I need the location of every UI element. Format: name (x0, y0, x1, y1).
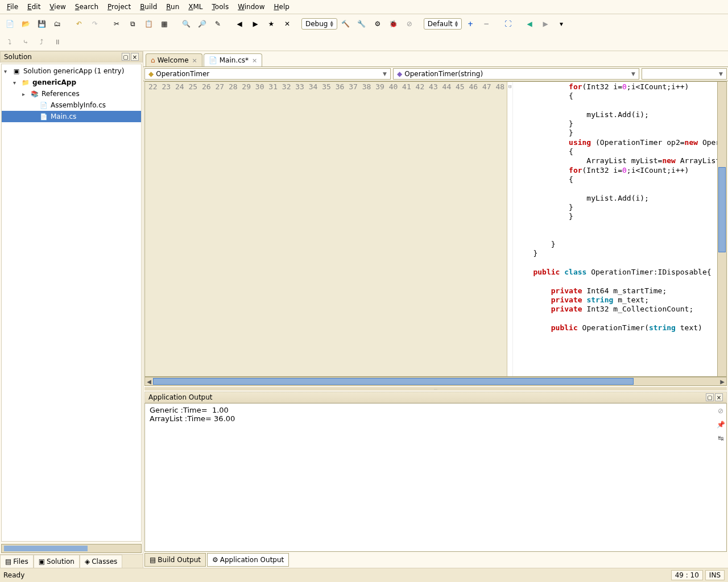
pin-output-button[interactable]: 📌 (717, 421, 725, 429)
new-file-button[interactable]: 📄 (2, 16, 17, 31)
clear-output-button[interactable]: ⊘ (718, 407, 723, 415)
solution-root[interactable]: ▾ ▣ Solution genericApp (1 entry) (2, 65, 141, 77)
target-selector[interactable]: Default ▲▼ (424, 18, 462, 30)
copy-button[interactable]: ⧉ (125, 16, 140, 31)
member-selector[interactable]: ◆ OperationTimer(string) ▼ (393, 68, 639, 80)
replace-button[interactable]: ✎ (210, 16, 225, 31)
sidebar-hscroll[interactable] (1, 544, 142, 553)
step-into-button[interactable]: ⤷ (18, 35, 33, 49)
run-button[interactable]: ⚙ (370, 16, 385, 31)
assembly-file-node[interactable]: 📄 AssemblyInfo.cs (2, 99, 141, 111)
tasks-button[interactable]: ▦ (157, 16, 172, 31)
output-tab-build[interactable]: ▤Build Output (144, 553, 206, 567)
step-over-button[interactable]: ⤵ (2, 35, 17, 49)
menu-tools[interactable]: Tools (208, 1, 234, 13)
output-body: Generic :Time= 1.00 ArrayList :Time= 36.… (144, 403, 727, 552)
wrap-output-button[interactable]: ↹ (718, 434, 723, 442)
build-config-selector[interactable]: Debug ▲▼ (301, 18, 337, 30)
build-button[interactable]: 🔨 (338, 16, 353, 31)
sidebar-tab-solution[interactable]: ▣Solution (34, 555, 80, 568)
tab-label: Welcome (158, 56, 189, 64)
code-editor[interactable]: 22 23 24 25 26 27 28 29 30 31 32 33 34 3… (144, 81, 727, 377)
paste-button[interactable]: 📋 (141, 16, 156, 31)
panel-dock-button[interactable]: ▢ (706, 393, 714, 401)
nav-bookmark-button[interactable]: ★ (264, 16, 279, 31)
panel-close-button[interactable]: × (715, 393, 723, 401)
doc-tab-welcome[interactable]: ⌂ Welcome × (146, 53, 202, 66)
scroll-left-icon[interactable]: ◀ (145, 379, 153, 385)
fold-strip[interactable]: ⊟ (507, 82, 513, 376)
step-out-button[interactable]: ⤴ (34, 35, 49, 49)
expander-icon[interactable]: ▾ (13, 80, 19, 86)
status-text: Ready (3, 571, 24, 579)
menu-xml[interactable]: XML (184, 1, 207, 13)
close-icon[interactable]: × (192, 57, 197, 64)
save-button[interactable]: 💾 (34, 16, 49, 31)
code-content[interactable]: for(Int32 i=0;i<ICount;i++) { myList.Add… (513, 82, 717, 376)
save-all-button[interactable]: 🗂 (50, 16, 65, 31)
nav-bm2-button[interactable]: ✕ (280, 16, 295, 31)
remove-button[interactable]: − (479, 16, 494, 31)
project-label: genericApp (32, 78, 76, 86)
panel-dock-button[interactable]: ▢ (122, 53, 130, 61)
fullscreen-button[interactable]: ⛶ (500, 16, 515, 31)
solution-tree[interactable]: ▾ ▣ Solution genericApp (1 entry) ▾ 📁 ge… (1, 64, 142, 542)
find-file-button[interactable]: 🔎 (195, 16, 209, 31)
csharp-file-icon: 📄 (209, 56, 217, 64)
classes-icon: ◈ (85, 558, 90, 566)
output-tab-app[interactable]: ⚙Application Output (207, 553, 289, 567)
splitter[interactable]: ⋯ (144, 387, 727, 390)
debug-button[interactable]: 🐞 (386, 16, 401, 31)
output-text[interactable]: Generic :Time= 1.00 ArrayList :Time= 36.… (145, 404, 715, 551)
panel-close-button[interactable]: × (131, 53, 139, 61)
sidebar-tab-files[interactable]: ▤Files (0, 555, 34, 568)
cursor-position: 49 : 10 (671, 570, 703, 580)
cut-button[interactable]: ✂ (109, 16, 124, 31)
find-button[interactable]: 🔍 (179, 16, 193, 31)
menu-project[interactable]: Project (103, 1, 135, 13)
close-icon[interactable]: × (252, 57, 257, 64)
menu-window[interactable]: Window (233, 1, 269, 13)
expander-icon[interactable]: ▾ (4, 68, 10, 74)
main-file-node[interactable]: 📄 Main.cs (2, 111, 141, 122)
sidebar-tab-classes[interactable]: ◈Classes (80, 555, 122, 568)
editor-vscroll[interactable] (717, 82, 726, 376)
nav-back-button[interactable]: ◀ (232, 16, 247, 31)
menu-search[interactable]: Search (71, 1, 103, 13)
next-error-button[interactable]: ▶ (538, 16, 553, 31)
pause-button[interactable]: ⏸ (50, 35, 65, 49)
project-node[interactable]: ▾ 📁 genericApp (2, 77, 141, 88)
menu-edit[interactable]: Edit (23, 1, 45, 13)
more-button[interactable]: ▾ (554, 16, 569, 31)
assembly-file-label: AssemblyInfo.cs (51, 101, 106, 109)
references-node[interactable]: ▸ 📚 References (2, 88, 141, 99)
expander-icon[interactable]: ▸ (22, 91, 28, 97)
region-selector[interactable]: ▼ (642, 68, 727, 80)
rebuild-button[interactable]: 🔧 (354, 16, 369, 31)
menu-build[interactable]: Build (135, 1, 162, 13)
sidebar-tabs: ▤Files ▣Solution ◈Classes (0, 554, 143, 568)
menu-view[interactable]: View (45, 1, 70, 13)
csharp-file-icon: 📄 (39, 101, 48, 110)
menu-help[interactable]: Help (269, 1, 293, 13)
tab-label: Application Output (220, 556, 284, 564)
build-config-label: Debug (305, 20, 328, 28)
undo-button[interactable]: ↶ (72, 16, 86, 31)
class-selector[interactable]: ◆ OperationTimer ▼ (144, 68, 391, 80)
open-button[interactable]: 📂 (18, 16, 33, 31)
editor-hscroll[interactable]: ◀ ▶ (144, 377, 727, 386)
stop-button[interactable]: ⊘ (402, 16, 417, 31)
add-button[interactable]: + (463, 16, 478, 31)
debug-toolbar: ⤵ ⤷ ⤴ ⏸ (0, 34, 728, 51)
toolbar: 📄 📂 💾 🗂 ↶ ↷ ✂ ⧉ 📋 ▦ 🔍 🔎 ✎ ◀ ▶ ★ ✕ Debug … (0, 14, 728, 34)
scroll-right-icon[interactable]: ▶ (718, 379, 726, 385)
output-panel-header: Application Output ▢ × (144, 392, 727, 403)
redo-button[interactable]: ↷ (88, 16, 102, 31)
doc-tab-main[interactable]: 📄 Main.cs* × (204, 53, 263, 66)
nav-fwd-button[interactable]: ▶ (248, 16, 263, 31)
prev-error-button[interactable]: ◀ (522, 16, 537, 31)
files-icon: ▤ (5, 558, 11, 566)
menu-run[interactable]: Run (162, 1, 184, 13)
menu-file[interactable]: File (2, 1, 23, 13)
solution-panel-header: Solution ▢ × (0, 51, 143, 63)
